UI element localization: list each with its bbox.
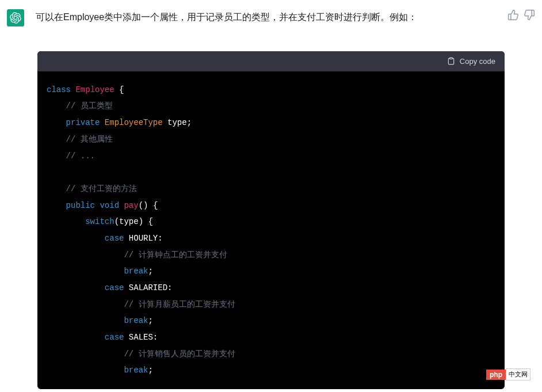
- code-token: ;: [148, 267, 152, 276]
- code-token: public: [66, 201, 95, 210]
- code-token: HOURLY:: [124, 234, 162, 243]
- code-token: case: [105, 283, 124, 292]
- message-content: 可以在Employee类中添加一个属性，用于记录员工的类型，并在支付工资时进行判…: [36, 9, 496, 31]
- code-token: void: [100, 201, 119, 210]
- assistant-avatar: [7, 9, 24, 26]
- code-token: // 计算销售人员的工资并支付: [124, 349, 235, 359]
- code-token: // 计算钟点工的工资并支付: [124, 250, 227, 260]
- code-token: (type) {: [114, 217, 153, 226]
- thumbs-down-icon: [524, 9, 535, 21]
- code-token: case: [105, 234, 124, 243]
- feedback-buttons: [507, 9, 535, 31]
- message-text: 可以在Employee类中添加一个属性，用于记录员工的类型，并在支付工资时进行判…: [36, 9, 484, 26]
- code-token: // 计算月薪员工的工资并支付: [124, 300, 235, 309]
- thumbs-down-button[interactable]: [524, 9, 535, 21]
- code-token: private: [66, 118, 100, 127]
- code-header: Copy code: [37, 51, 505, 71]
- code-token: {: [114, 85, 124, 94]
- code-token: SALES:: [124, 333, 158, 342]
- code-token: class: [47, 85, 71, 94]
- code-token: () {: [139, 201, 158, 210]
- thumbs-up-button[interactable]: [507, 9, 519, 21]
- code-token: break: [124, 366, 148, 375]
- code-token: Employee: [75, 85, 114, 94]
- php-logo: php: [486, 370, 506, 380]
- code-token: type;: [163, 118, 192, 127]
- code-token: case: [105, 333, 124, 342]
- copy-code-label: Copy code: [460, 57, 495, 66]
- code-token: // 员工类型: [66, 101, 113, 111]
- code-block: Copy code class Employee { // 员工类型 priva…: [37, 51, 505, 389]
- code-token: break: [124, 316, 148, 325]
- svg-rect-0: [450, 58, 453, 59]
- code-token: switch: [85, 217, 114, 226]
- thumbs-up-icon: [507, 9, 519, 21]
- clipboard-icon: [447, 57, 455, 65]
- php-watermark: php 中文网: [486, 368, 530, 380]
- code-token: // ...: [66, 151, 95, 161]
- code-token: ;: [148, 316, 152, 325]
- message-container: 可以在Employee类中添加一个属性，用于记录员工的类型，并在支付工资时进行判…: [0, 0, 542, 40]
- php-cn-label: 中文网: [506, 368, 530, 380]
- code-token: pay: [124, 201, 138, 210]
- openai-logo-icon: [10, 12, 21, 24]
- code-token: ;: [148, 366, 152, 375]
- code-body: class Employee { // 员工类型 private Employe…: [37, 71, 505, 389]
- copy-code-button[interactable]: Copy code: [447, 57, 495, 66]
- code-token: break: [124, 267, 148, 276]
- code-token: // 其他属性: [66, 135, 113, 144]
- code-token: // 支付工资的方法: [66, 184, 137, 193]
- code-token: SALARIED:: [124, 283, 172, 292]
- code-token: EmployeeType: [105, 118, 163, 127]
